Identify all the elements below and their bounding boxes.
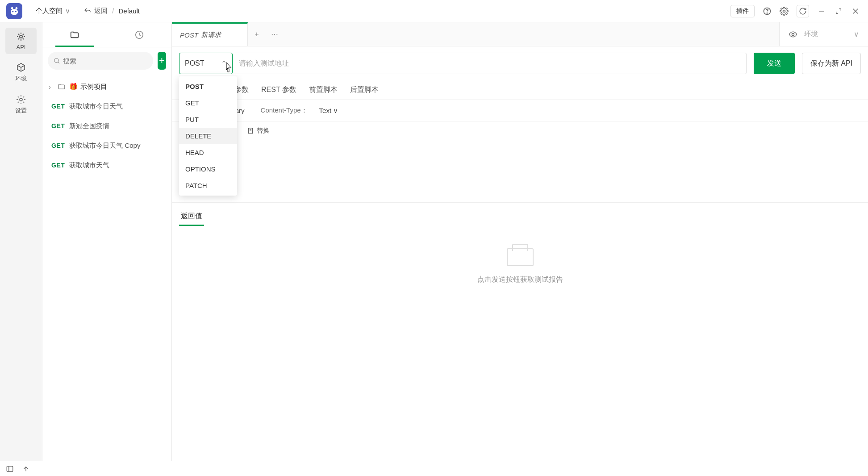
plugin-button[interactable]: 插件 [730,5,755,17]
svg-point-1 [15,7,17,9]
status-bar [0,461,868,476]
api-name: 获取城市天气 [69,161,109,170]
workspace-selector[interactable]: 个人空间 ∨ [36,7,70,15]
nav-rail: API 环境 设置 [0,22,42,461]
editor-replace-button[interactable]: 替换 [247,127,269,135]
api-name: 获取城市今日天气 Copy [69,142,140,150]
req-tab-pre-script[interactable]: 前置脚本 [309,80,338,100]
help-icon[interactable] [763,7,772,16]
chevron-down-icon: ∨ [854,30,859,38]
send-button[interactable]: 发送 [754,53,795,74]
plus-icon: + [255,30,259,38]
url-input[interactable] [233,53,747,74]
folder-icon [70,30,79,40]
folder-name: 示例项目 [80,83,107,91]
request-tab[interactable]: POST 新请求 [172,22,248,46]
top-bar: 个人空间 ∨ 返回 / Default 插件 [0,0,868,22]
env-label: 环境 [804,29,818,39]
rail-item-label: 环境 [15,75,27,83]
sidebar-search[interactable] [48,52,153,70]
method-option-patch[interactable]: PATCH [179,177,237,194]
content-type-select[interactable]: Text ∨ [319,107,338,115]
folder-icon [58,83,66,91]
svg-line-15 [58,62,59,63]
plus-icon: + [159,55,165,67]
rail-item-label: 设置 [15,107,27,115]
api-method: GET [51,122,65,129]
svg-point-7 [783,10,785,12]
rail-item-settings[interactable]: 设置 [5,91,37,118]
req-tab-rest[interactable]: REST 参数 [261,80,296,100]
method-option-put[interactable]: PUT [179,111,237,128]
inbox-icon [507,248,534,266]
tree-folder-row[interactable]: › 🎁 示例项目 [42,77,171,96]
api-method: GET [51,142,65,149]
env-selector[interactable]: 环境 ∨ [804,29,859,39]
body-editor[interactable] [172,140,868,203]
gift-icon: 🎁 [69,83,78,91]
response-empty-state: 点击发送按钮获取测试报告 [172,226,868,461]
workspace-label: 个人空间 [36,7,63,15]
svg-point-3 [12,11,13,12]
upload-icon[interactable] [21,464,30,473]
replace-icon [247,127,254,134]
svg-rect-24 [7,466,13,472]
selected-method: POST [185,59,204,67]
api-list-item[interactable]: GET 获取城市天气 [42,155,171,175]
api-method: GET [51,103,65,110]
api-name: 新冠全国疫情 [69,122,109,130]
add-button[interactable]: + [158,52,166,70]
method-option-delete[interactable]: DELETE [179,128,237,144]
api-icon [16,31,26,42]
api-name: 获取城市今日天气 [69,102,123,111]
app-logo [6,3,22,19]
sidebar-tab-history[interactable] [107,22,172,47]
svg-point-11 [20,35,22,38]
search-input[interactable] [63,57,148,65]
new-tab-button[interactable]: + [248,22,266,46]
tab-method: POST [180,31,198,39]
back-label: 返回 [94,7,108,15]
tab-title: 新请求 [201,31,221,39]
main-content: POST 新请求 + ⋯ 环境 ∨ POST ⌃ [172,22,868,461]
back-button[interactable]: 返回 [83,7,108,15]
cube-icon [16,62,26,73]
refresh-icon[interactable] [797,5,809,17]
sidebar: + › 🎁 示例项目 GET 获取城市今日天气 GET 新冠全国疫情 [42,22,172,461]
req-tab-post-script[interactable]: 后置脚本 [350,80,379,100]
method-dropdown: POST GET PUT DELETE HEAD OPTIONS PATCH [179,76,237,196]
chevron-down-icon: ⌃ [221,59,227,68]
method-option-get[interactable]: GET [179,95,237,111]
api-list-item[interactable]: GET 获取城市今日天气 [42,96,171,116]
svg-rect-2 [11,9,18,15]
sidebar-tab-folders[interactable] [42,22,107,47]
http-method-select[interactable]: POST ⌃ POST GET PUT DELETE HEAD OPTIONS … [179,53,233,74]
api-method: GET [51,162,65,169]
breadcrumb-project[interactable]: Default [118,7,140,15]
svg-point-16 [792,33,794,35]
save-as-api-button[interactable]: 保存为新 API [802,53,861,74]
tab-more-button[interactable]: ⋯ [266,22,284,46]
request-section-tabs: 请求体 Query 参数 REST 参数 前置脚本 后置脚本 [172,80,868,100]
rail-item-env[interactable]: 环境 [5,58,37,86]
api-list-item[interactable]: GET 获取城市今日天气 Copy [42,136,171,155]
svg-point-0 [11,7,13,9]
eye-icon[interactable] [789,30,797,39]
response-empty-message: 点击发送按钮获取测试报告 [477,275,563,284]
minimize-icon[interactable] [817,7,826,16]
content-type-label: Content-Type： [261,106,308,115]
svg-point-12 [20,98,22,101]
settings-icon[interactable] [780,7,789,16]
rail-item-api[interactable]: API [5,28,37,54]
panel-left-icon[interactable] [5,464,14,473]
search-icon [53,57,60,64]
method-option-post[interactable]: POST [179,78,237,95]
chevron-down-icon: ∨ [333,107,338,115]
method-option-options[interactable]: OPTIONS [179,161,237,177]
maximize-icon[interactable] [834,7,843,16]
response-tab-result[interactable]: 返回值 [179,208,204,226]
close-icon[interactable] [851,7,860,16]
chevron-right-icon: › [49,83,55,91]
api-list-item[interactable]: GET 新冠全国疫情 [42,116,171,136]
method-option-head[interactable]: HEAD [179,144,237,161]
